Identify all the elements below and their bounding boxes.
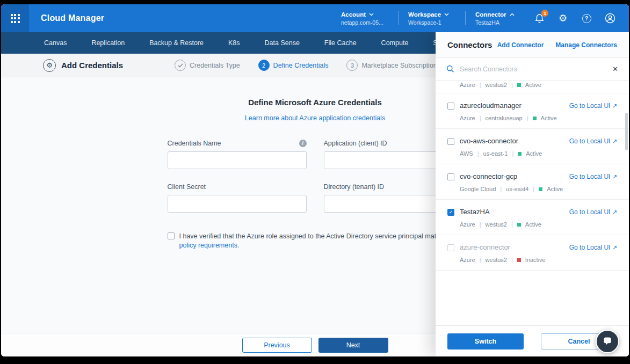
connector-label: Connector	[475, 11, 506, 18]
nav-item-data-sense[interactable]: Data Sense	[265, 39, 300, 47]
check-icon	[178, 63, 183, 68]
go-to-local-ui-link[interactable]: Go to Local UI ↗	[569, 173, 617, 180]
status-active-dot	[517, 83, 521, 87]
go-to-local-ui-link[interactable]: Go to Local UI ↗	[569, 244, 617, 251]
connector-row-azure-connector[interactable]: azure-connector Go to Local UI ↗ Azure w…	[436, 235, 629, 271]
app-grid-button[interactable]	[1, 4, 29, 32]
gear-icon: ⚙	[559, 13, 567, 23]
workspace-menu[interactable]: Workspace Workspace-1	[408, 11, 455, 26]
account-label: Account	[341, 11, 366, 18]
manage-connectors-link[interactable]: Manage Connectors	[555, 41, 617, 49]
app-window: Cloud Manager Account netapp.com-05... W…	[1, 4, 629, 356]
external-link-icon: ↗	[612, 173, 617, 180]
connector-checkbox[interactable]	[447, 138, 454, 145]
connector-row-cvo-connector-gcp[interactable]: cvo-connector-gcp Go to Local UI ↗ Googl…	[436, 164, 629, 200]
next-button[interactable]: Next	[318, 338, 388, 353]
chat-widget-button[interactable]	[596, 330, 619, 353]
connector-checkbox[interactable]	[447, 103, 454, 110]
app-title: Cloud Manager	[41, 13, 104, 23]
header-divider	[465, 11, 466, 25]
user-button[interactable]	[603, 11, 617, 25]
connector-row-testazha[interactable]: TestazHA Go to Local UI ↗ Azure westus2 …	[436, 200, 629, 235]
go-to-local-ui-link[interactable]: Go to Local UI ↗	[569, 137, 617, 145]
search-connectors-input[interactable]	[460, 65, 607, 73]
external-link-icon: ↗	[612, 138, 617, 144]
learn-more-link[interactable]: Learn more about Azure application crede…	[245, 114, 385, 122]
nav-item-k8s[interactable]: K8s	[228, 39, 240, 47]
connector-checkbox-disabled	[447, 244, 454, 251]
status-active-dot	[539, 187, 542, 191]
chevron-up-icon	[510, 13, 515, 16]
user-icon	[605, 13, 615, 24]
connector-search-row: ✕	[436, 58, 629, 81]
nav-item-compute[interactable]: Compute	[381, 39, 409, 47]
status-inactive-dot	[517, 258, 521, 262]
external-link-icon: ↗	[612, 244, 617, 251]
chevron-down-icon	[444, 13, 449, 16]
step-marketplace-subscription[interactable]: 3 Marketplace Subscription	[346, 60, 437, 71]
step-done-circle	[175, 60, 186, 71]
info-icon[interactable]: i	[299, 140, 307, 147]
client-secret-input[interactable]	[168, 195, 307, 213]
nav-item-replication[interactable]: Replication	[91, 39, 125, 47]
panel-scrollbar[interactable]	[625, 113, 628, 150]
header-divider	[398, 11, 399, 25]
settings-button[interactable]: ⚙	[556, 11, 570, 25]
nav-item-backup-restore[interactable]: Backup & Restore	[149, 39, 204, 47]
workspace-label: Workspace	[408, 11, 441, 18]
connector-row-cvo-aws-connector[interactable]: cvo-aws-connector Go to Local UI ↗ AWS u…	[436, 129, 629, 164]
clear-search-icon[interactable]: ✕	[612, 65, 618, 73]
policy-checkbox[interactable]	[168, 232, 175, 239]
apps-grid-icon	[11, 14, 20, 23]
connector-row-azurecloudmanager[interactable]: azurecloudmanager Go to Local UI ↗ Azure…	[436, 93, 629, 129]
go-to-local-ui-link[interactable]: Go to Local UI ↗	[569, 208, 617, 216]
nav-item-canvas[interactable]: Canvas	[44, 39, 67, 47]
connectors-panel-header: Connectors Add Connector Manage Connecto…	[436, 32, 629, 58]
credentials-form: Credentials Name i Application (client) …	[168, 140, 463, 213]
app-header: Cloud Manager Account netapp.com-05... W…	[1, 4, 629, 32]
field-credentials-name: Credentials Name i	[168, 140, 307, 169]
connector-menu[interactable]: Connector TestazHA	[475, 11, 523, 26]
account-value: netapp.com-05...	[341, 19, 383, 26]
notifications-button[interactable]: 1	[532, 11, 546, 25]
policy-requirements-link[interactable]: policy requirements.	[179, 242, 240, 249]
help-button[interactable]: ?	[580, 11, 593, 25]
switch-button[interactable]: Switch	[447, 333, 524, 350]
stepper-title: Add Credentials	[61, 61, 123, 70]
chat-icon	[602, 336, 613, 347]
connector-checkbox[interactable]	[447, 173, 454, 180]
status-active-dot	[518, 152, 522, 156]
connector-value: TestazHA	[475, 19, 499, 26]
add-connector-link[interactable]: Add Connector	[497, 41, 544, 49]
connector-checkbox-checked[interactable]	[447, 209, 454, 216]
account-menu[interactable]: Account netapp.com-05...	[341, 11, 388, 26]
help-icon: ?	[582, 14, 591, 23]
status-active-dot	[517, 223, 521, 227]
external-link-icon: ↗	[612, 209, 617, 215]
chevron-down-icon	[369, 13, 374, 16]
notification-badge: 1	[541, 10, 548, 17]
field-client-secret: Client Secret	[168, 183, 307, 213]
external-link-icon: ↗	[612, 103, 617, 109]
workspace-value: Workspace-1	[408, 19, 441, 26]
connectors-panel: Connectors Add Connector Manage Connecto…	[436, 32, 629, 356]
credentials-gear-icon: ⚙	[43, 59, 56, 72]
connector-row-partial[interactable]: Azure westus2 Active	[436, 81, 629, 93]
go-to-local-ui-link[interactable]: Go to Local UI ↗	[569, 102, 617, 110]
connectors-list: Azure westus2 Active azurecloudmanager G…	[436, 81, 629, 325]
connectors-title: Connectors	[447, 40, 492, 49]
step-define-credentials[interactable]: 2 Define Credentials	[258, 60, 329, 71]
status-active-dot	[533, 117, 537, 120]
step-credentials-type[interactable]: Credentials Type	[175, 60, 240, 71]
credentials-name-input[interactable]	[168, 151, 307, 169]
previous-button[interactable]: Previous	[242, 338, 312, 353]
search-icon	[446, 65, 454, 73]
nav-item-file-cache[interactable]: File Cache	[324, 39, 357, 47]
